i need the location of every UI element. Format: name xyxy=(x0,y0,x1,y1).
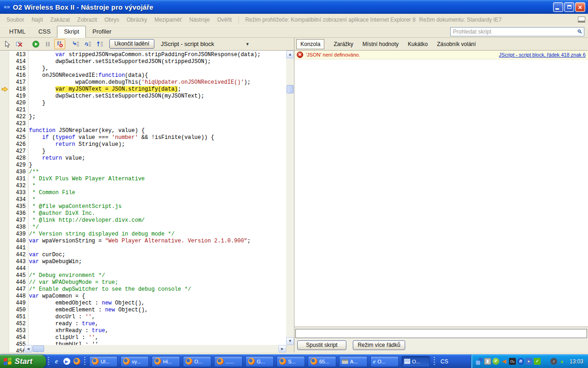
code-line[interactable] xyxy=(29,265,286,272)
code-line[interactable]: /** xyxy=(29,169,286,176)
code-line[interactable]: * DivX Plus Web Player Alternative xyxy=(29,176,286,183)
code-line[interactable]: wpaCommon.debugThis('hiqUpdater.onJSONRe… xyxy=(29,79,286,86)
volume-icon[interactable]: ◀ xyxy=(501,358,508,365)
console-input[interactable] xyxy=(295,329,587,338)
code-line[interactable]: dwpSwitcher.setSiteSupportedJSON(myJSONT… xyxy=(29,93,286,100)
step-into-icon[interactable] xyxy=(71,39,82,49)
code-line[interactable]: var curDoc; xyxy=(29,252,286,259)
taskbar-button[interactable]: 65... xyxy=(308,356,336,367)
vertical-scroll-thumb[interactable] xyxy=(287,85,294,93)
scroll-right-arrow[interactable]: ▶ xyxy=(278,345,286,352)
taskbar-button[interactable]: S... xyxy=(277,356,305,367)
multiline-mode-button[interactable]: Režim více řádků xyxy=(353,340,406,350)
code-line[interactable]: * @author DivX Inc. xyxy=(29,210,286,217)
console-tab-zar-ky[interactable]: Zarážky xyxy=(334,41,353,47)
code-line[interactable]: embedElement : new Object(), xyxy=(29,307,286,314)
search-icon[interactable]: 🔍︎ xyxy=(576,29,584,35)
continue-icon[interactable] xyxy=(30,39,41,49)
start-button[interactable]: Start xyxy=(0,355,46,368)
code-line[interactable]: var wpaVersionString = "Web Player Alter… xyxy=(29,238,286,245)
code-line[interactable] xyxy=(29,245,286,252)
tab-profiler[interactable]: Profiler xyxy=(86,26,118,37)
code-line[interactable]: var strippedJSON=wpaCommon.stripPaddingF… xyxy=(29,52,286,58)
security-center-icon[interactable]: ✔ xyxy=(492,358,499,365)
code-view[interactable]: var strippedJSON=wpaCommon.stripPaddingF… xyxy=(29,51,286,345)
code-line[interactable]: onJSONReceivedIE:function(data){ xyxy=(29,72,286,79)
menu-item-n-stroje[interactable]: Nástroje xyxy=(186,17,214,23)
stop-debugging-button[interactable]: Ukončit ladění xyxy=(109,39,154,49)
code-line[interactable]: } xyxy=(29,100,286,107)
minimize-button[interactable] xyxy=(553,2,563,12)
clear-breakpoints-icon[interactable] xyxy=(14,39,25,49)
taskbar-button[interactable]: O... xyxy=(401,356,430,367)
code-line[interactable]: * @link http://developer.divx.com/ xyxy=(29,217,286,224)
code-line[interactable]: xhrReady : true, xyxy=(29,328,286,334)
breakpoint-margin[interactable] xyxy=(0,51,9,352)
console-tab-m-stn-hodnoty[interactable]: Místní hodnoty xyxy=(362,41,399,47)
maximize-button[interactable] xyxy=(564,2,574,12)
source-file-select[interactable]: JScript - script block ▼ xyxy=(158,40,252,48)
console-tab-z-sobn-k-vol-n[interactable]: Zásobník volání xyxy=(437,41,476,47)
code-line[interactable]: /* Enable dwpSwitcher to see the debug c… xyxy=(29,286,286,293)
taskbar-button[interactable]: vy... xyxy=(120,356,149,367)
tab-skript[interactable]: Skript xyxy=(57,26,86,38)
code-line[interactable]: if (typeof value === 'number' && !isFini… xyxy=(29,134,286,141)
code-line[interactable]: docUrl : '', xyxy=(29,314,286,321)
console-tab-konzola[interactable]: Konzola xyxy=(296,39,324,49)
code-line[interactable]: var wpaCommon = { xyxy=(29,293,286,300)
windows-update-icon[interactable]: ✓ xyxy=(534,358,541,365)
menu-item-soubor[interactable]: Soubor xyxy=(3,17,28,23)
code-line[interactable]: * xyxy=(29,183,286,190)
usb-device-icon[interactable]: ▮ xyxy=(484,358,491,365)
horizontal-scrollbar[interactable]: ◀ ▶ xyxy=(24,345,286,352)
error-source-link[interactable]: JScript - script block, řádek 418 znak 6 xyxy=(499,52,586,58)
code-line[interactable]: function JSONreplacer(key, value) { xyxy=(29,127,286,134)
code-line[interactable]: }, xyxy=(29,65,286,72)
menu-item-zobrazit[interactable]: Zobrazit xyxy=(74,17,101,23)
console-output[interactable] xyxy=(294,59,588,327)
taskbar-button[interactable]: ...... xyxy=(214,356,243,367)
taskbar-button[interactable]: eO... xyxy=(370,356,399,367)
close-button[interactable]: × xyxy=(575,2,585,12)
language-indicator[interactable]: CS xyxy=(441,358,448,365)
safely-remove-icon[interactable]: ▲ xyxy=(559,358,565,365)
select-element-icon[interactable] xyxy=(2,39,13,49)
run-script-button[interactable]: Spustit skript xyxy=(297,340,346,350)
code-line[interactable]: } xyxy=(29,148,286,155)
display-icon[interactable] xyxy=(542,358,549,365)
code-line[interactable]: /* Debug environment */ xyxy=(29,272,286,279)
console-tab-kuk-tko[interactable]: Kukátko xyxy=(408,41,428,47)
bluetooth-icon[interactable]: B xyxy=(517,358,524,365)
menu-item-naj-t[interactable]: Najít xyxy=(28,17,47,23)
code-line[interactable]: /* Version string displayed in debug mod… xyxy=(29,231,286,238)
code-line[interactable] xyxy=(29,107,286,114)
scroll-down-arrow[interactable]: ▼ xyxy=(286,337,294,345)
step-out-icon[interactable] xyxy=(95,39,106,49)
taskbar-button[interactable]: A... xyxy=(339,356,368,367)
code-line[interactable]: clipUrl : '', xyxy=(29,334,286,341)
code-line[interactable]: embedObject : new Object(), xyxy=(29,300,286,307)
tab-css[interactable]: CSS xyxy=(32,26,57,37)
code-line[interactable]: dwpSwitcher.setSiteSupportedJSON(strippe… xyxy=(29,58,286,65)
scroll-left-arrow[interactable]: ◀ xyxy=(24,345,32,352)
break-on-error-icon[interactable] xyxy=(54,39,65,49)
code-line[interactable]: // var WPADebugMode = true; xyxy=(29,279,286,286)
scroll-up-arrow[interactable]: ▲ xyxy=(286,51,294,58)
vertical-scrollbar[interactable]: ▲ ▼ xyxy=(286,51,294,345)
menu-item-obr-zky[interactable]: Obrázky xyxy=(123,17,151,23)
menu-item-ov-it[interactable]: Ověřit xyxy=(214,17,236,23)
code-line[interactable]: * Common File xyxy=(29,190,286,196)
taskbar-button[interactable]: Ul... xyxy=(89,356,118,367)
code-line[interactable] xyxy=(29,121,286,127)
taskbar-button[interactable]: Hi... xyxy=(152,356,180,367)
pause-icon[interactable] xyxy=(42,39,53,49)
o2-connect-icon[interactable]: O₂ xyxy=(509,358,516,365)
audio-device-icon[interactable]: ♪ xyxy=(550,358,557,365)
code-line[interactable]: thumbUrl : '' xyxy=(29,341,286,345)
pin-window-icon[interactable] xyxy=(578,17,585,23)
step-over-icon[interactable] xyxy=(83,39,94,49)
media-player-icon[interactable]: ▶ xyxy=(63,358,70,365)
menu-item-mezipam[interactable]: Mezipaměť xyxy=(151,17,186,23)
code-line[interactable]: ready : true, xyxy=(29,321,286,328)
code-line[interactable]: return value; xyxy=(29,155,286,162)
